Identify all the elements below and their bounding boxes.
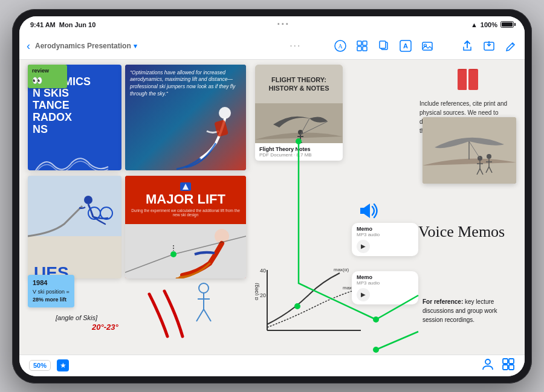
pdf-title: FLIGHT THEORY: HISTORY & NOTES: [261, 71, 337, 98]
person-icon[interactable]: [481, 358, 494, 373]
angle-text: 20°-23°: [92, 323, 118, 332]
pdf-footer: Flight Theory Notes PDF Document · 8.7 M…: [255, 143, 343, 161]
status-dots: ···: [277, 18, 290, 31]
bottom-bar: 50% ★: [19, 355, 525, 376]
svg-point-24: [487, 154, 491, 159]
sticky-label: review: [32, 68, 63, 74]
vm1-label: Memo: [357, 226, 413, 232]
major-lift-title: MAJOR LIFT: [146, 193, 225, 206]
voice-memo-1-card[interactable]: Memo MP3 audio ▶: [352, 223, 418, 260]
copy-icon[interactable]: [377, 39, 390, 53]
svg-rect-45: [509, 359, 514, 364]
svg-point-14: [373, 316, 379, 323]
slide-skier-photo[interactable]: "Optimizations have allowed for increase…: [125, 65, 246, 170]
export-icon[interactable]: [482, 39, 496, 53]
text-a-icon[interactable]: A: [399, 39, 412, 53]
svg-point-33: [170, 251, 176, 257]
svg-text:20: 20: [260, 292, 266, 298]
photo-icon[interactable]: [421, 39, 434, 53]
dropdown-arrow[interactable]: ▾: [134, 42, 137, 50]
stat-note-1984[interactable]: 1984 V ski position = 28% more lift: [28, 275, 74, 307]
grid-icon[interactable]: [355, 39, 369, 53]
edit-icon[interactable]: [504, 39, 517, 53]
slide-major-lift[interactable]: MAJOR LIFT During the experiment we calc…: [125, 176, 246, 278]
svg-rect-2: [357, 41, 361, 45]
document-title: Aerodynamics Presentation ▾: [35, 42, 257, 50]
svg-rect-7: [380, 41, 386, 48]
circle-a-icon[interactable]: A: [334, 39, 347, 53]
svg-point-16: [219, 107, 231, 119]
svg-text:A: A: [403, 42, 408, 50]
toolbar-dots: ···: [262, 40, 329, 51]
vm2-label: Memo: [357, 274, 413, 280]
pdf-flight-theory[interactable]: FLIGHT THEORY: HISTORY & NOTES: [255, 65, 343, 161]
hist-photo-img: [423, 117, 516, 184]
vm1-play-button[interactable]: ▶: [357, 240, 370, 253]
bottom-bar-right: [481, 358, 515, 373]
svg-rect-46: [503, 365, 508, 370]
svg-rect-44: [503, 359, 508, 364]
svg-text:α (deg): α (deg): [255, 283, 259, 300]
slide-ski-jump[interactable]: UES: [28, 176, 121, 278]
speaker-icon: [358, 202, 380, 224]
svg-point-15: [373, 347, 379, 353]
svg-rect-20: [458, 69, 467, 90]
svg-rect-21: [468, 69, 478, 90]
bottom-bar-left: 50% ★: [29, 359, 69, 371]
toolbar-icons: A A: [334, 39, 517, 53]
voice-memo-2-card[interactable]: Memo MP3 audio ▶: [352, 271, 418, 308]
status-left: 9:41 AM Mon Jun 10: [30, 21, 96, 28]
svg-text:A: A: [338, 43, 343, 50]
status-right: ▲ 100%: [471, 21, 514, 28]
stat-value: 28% more lift: [33, 296, 70, 304]
svg-point-27: [84, 196, 92, 204]
canvas: NS DYNAMICSN SKISTANCERADOXNS review 👀: [19, 60, 525, 355]
svg-rect-17: [214, 120, 228, 137]
historical-photo[interactable]: [423, 117, 516, 184]
wifi-icon: ▲: [471, 21, 478, 28]
angle-label: [angle of Skis]: [56, 314, 97, 321]
time: 9:41 AM: [30, 21, 56, 28]
status-bar: 9:41 AM Mon Jun 10 ··· ▲ 100%: [19, 16, 525, 33]
sticky-review-note[interactable]: review 👀: [28, 65, 67, 88]
sticky-eyes: 👀: [32, 76, 63, 85]
svg-rect-47: [509, 365, 514, 370]
pdf-cover-image: [255, 103, 343, 143]
svg-text:max(α): max(α): [334, 267, 349, 272]
svg-rect-4: [357, 47, 361, 51]
share-icon[interactable]: [461, 39, 474, 53]
speaker-svg: [358, 202, 380, 220]
toolbar: ‹ Aerodynamics Presentation ▾ ··· A A: [19, 33, 525, 60]
svg-rect-5: [363, 47, 367, 51]
svg-point-34: [199, 283, 209, 293]
skier-quote: "Optimizations have allowed for increase…: [130, 69, 241, 98]
date: Mon Jun 10: [59, 21, 96, 28]
book-icon: [453, 66, 483, 93]
slides-grid-icon[interactable]: [502, 358, 515, 373]
star-button[interactable]: ★: [57, 359, 69, 371]
svg-rect-26: [28, 176, 121, 236]
device: 9:41 AM Mon Jun 10 ··· ▲ 100% ‹ Aerodyna…: [12, 9, 532, 384]
graph-area: α (deg) max(α) max(α₁/α₂) 40 20: [255, 264, 364, 342]
svg-text:40: 40: [260, 268, 266, 274]
pdf-meta: PDF Document · 8.7 MB: [259, 152, 338, 158]
memo-ref-text: For reference: key lecture discussions a…: [423, 297, 516, 324]
battery-pct: 100%: [481, 21, 497, 28]
vm2-play-button[interactable]: ▶: [357, 288, 370, 301]
screen: 9:41 AM Mon Jun 10 ··· ▲ 100% ‹ Aerodyna…: [19, 16, 525, 376]
svg-rect-3: [363, 41, 367, 45]
svg-point-43: [485, 359, 490, 364]
vm1-sub: MP3 audio: [357, 232, 413, 237]
graph-svg: α (deg) max(α) max(α₁/α₂) 40 20: [255, 264, 364, 342]
pdf-filename: Flight Theory Notes: [259, 146, 338, 152]
stat-year: 1984: [33, 278, 70, 288]
battery-icon: [500, 21, 514, 28]
voice-memos-title: Voice Memos: [418, 223, 505, 241]
zoom-level[interactable]: 50%: [29, 360, 51, 371]
vm2-sub: MP3 audio: [357, 280, 413, 286]
major-lift-body: During the experiment we calculated the …: [130, 208, 241, 217]
svg-point-42: [294, 303, 300, 309]
major-lift-image: [125, 224, 246, 278]
back-button[interactable]: ‹: [27, 40, 30, 53]
stat-detail: V ski position =: [33, 288, 70, 297]
